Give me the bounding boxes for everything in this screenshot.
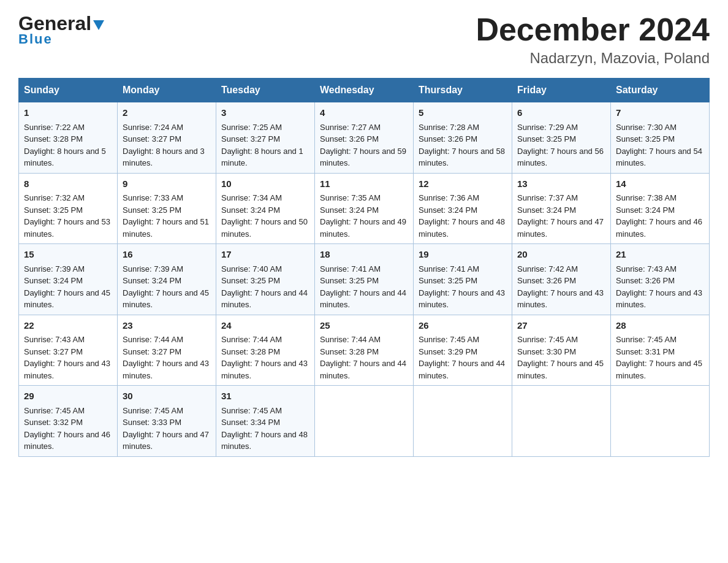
sunset-label: Sunset: 3:26 PM	[419, 134, 477, 144]
calendar-cell: 26 Sunrise: 7:45 AM Sunset: 3:29 PM Dayl…	[414, 315, 512, 386]
sunset-label: Sunset: 3:25 PM	[320, 276, 379, 285]
daylight-label: Daylight: 7 hours and 44 minutes.	[320, 288, 406, 310]
calendar-week-4: 22 Sunrise: 7:43 AM Sunset: 3:27 PM Dayl…	[19, 315, 710, 386]
daylight-label: Daylight: 7 hours and 50 minutes.	[221, 217, 308, 239]
sunrise-label: Sunrise: 7:24 AM	[123, 123, 183, 132]
day-number: 12	[419, 177, 507, 191]
sunset-label: Sunset: 3:34 PM	[221, 418, 280, 427]
day-number: 2	[123, 106, 211, 120]
header-friday: Friday	[512, 79, 611, 102]
sunset-label: Sunset: 3:28 PM	[24, 134, 83, 144]
sunset-label: Sunset: 3:24 PM	[24, 276, 83, 285]
sunset-label: Sunset: 3:24 PM	[221, 205, 280, 215]
sunset-label: Sunset: 3:28 PM	[221, 347, 280, 356]
day-number: 8	[24, 177, 112, 191]
sunset-label: Sunset: 3:33 PM	[123, 418, 181, 427]
day-number: 31	[221, 389, 309, 404]
page-title: December 2024	[476, 12, 710, 47]
header-saturday: Saturday	[611, 79, 710, 102]
sunrise-label: Sunrise: 7:40 AM	[221, 264, 282, 274]
day-number: 19	[419, 248, 507, 262]
daylight-label: Daylight: 7 hours and 43 minutes.	[517, 288, 604, 310]
daylight-label: Daylight: 7 hours and 53 minutes.	[24, 217, 110, 239]
day-number: 17	[221, 248, 309, 262]
day-number: 28	[616, 319, 704, 333]
daylight-label: Daylight: 7 hours and 44 minutes.	[221, 288, 308, 310]
day-number: 7	[616, 106, 704, 120]
day-number: 9	[123, 177, 211, 191]
logo-triangle-icon	[93, 20, 104, 30]
calendar-cell: 21 Sunrise: 7:43 AM Sunset: 3:26 PM Dayl…	[611, 244, 710, 315]
sunrise-label: Sunrise: 7:43 AM	[24, 335, 85, 344]
sunrise-label: Sunrise: 7:39 AM	[123, 264, 183, 274]
sunrise-label: Sunrise: 7:42 AM	[517, 264, 578, 274]
page-header: General Blue December 2024 Nadarzyn, Maz…	[18, 12, 710, 67]
day-number: 16	[123, 248, 211, 262]
sunset-label: Sunset: 3:25 PM	[123, 205, 181, 215]
header-wednesday: Wednesday	[315, 79, 414, 102]
logo: General Blue	[18, 12, 104, 47]
daylight-label: Daylight: 7 hours and 43 minutes.	[221, 359, 308, 380]
sunrise-label: Sunrise: 7:37 AM	[517, 193, 578, 202]
calendar-week-5: 29 Sunrise: 7:45 AM Sunset: 3:32 PM Dayl…	[19, 386, 710, 457]
day-number: 10	[221, 177, 309, 191]
sunrise-label: Sunrise: 7:45 AM	[221, 406, 282, 415]
sunset-label: Sunset: 3:25 PM	[24, 205, 83, 215]
daylight-label: Daylight: 7 hours and 45 minutes.	[24, 288, 110, 310]
sunrise-label: Sunrise: 7:27 AM	[320, 123, 381, 132]
daylight-label: Daylight: 7 hours and 47 minutes.	[123, 430, 209, 451]
calendar-cell: 3 Sunrise: 7:25 AM Sunset: 3:27 PM Dayli…	[216, 102, 315, 174]
calendar-week-1: 1 Sunrise: 7:22 AM Sunset: 3:28 PM Dayli…	[19, 102, 710, 174]
sunrise-label: Sunrise: 7:22 AM	[24, 123, 85, 132]
sunset-label: Sunset: 3:26 PM	[517, 276, 576, 285]
daylight-label: Daylight: 7 hours and 51 minutes.	[123, 217, 209, 239]
daylight-label: Daylight: 7 hours and 46 minutes.	[616, 217, 702, 239]
daylight-label: Daylight: 7 hours and 46 minutes.	[24, 430, 110, 451]
sunset-label: Sunset: 3:29 PM	[419, 347, 477, 356]
sunrise-label: Sunrise: 7:25 AM	[221, 123, 282, 132]
calendar-cell: 1 Sunrise: 7:22 AM Sunset: 3:28 PM Dayli…	[19, 102, 118, 174]
page-subtitle: Nadarzyn, Mazovia, Poland	[476, 50, 710, 67]
day-number: 15	[24, 248, 112, 262]
sunrise-label: Sunrise: 7:29 AM	[517, 123, 578, 132]
day-number: 3	[221, 106, 309, 120]
sunset-label: Sunset: 3:30 PM	[517, 347, 576, 356]
daylight-label: Daylight: 7 hours and 49 minutes.	[320, 217, 406, 239]
calendar-cell: 7 Sunrise: 7:30 AM Sunset: 3:25 PM Dayli…	[611, 102, 710, 174]
calendar-cell: 18 Sunrise: 7:41 AM Sunset: 3:25 PM Dayl…	[315, 244, 414, 315]
daylight-label: Daylight: 7 hours and 43 minutes.	[24, 359, 110, 380]
day-number: 4	[320, 106, 408, 120]
sunset-label: Sunset: 3:32 PM	[24, 418, 83, 427]
day-number: 25	[320, 319, 408, 333]
calendar-cell: 22 Sunrise: 7:43 AM Sunset: 3:27 PM Dayl…	[19, 315, 118, 386]
calendar-cell: 16 Sunrise: 7:39 AM Sunset: 3:24 PM Dayl…	[118, 244, 216, 315]
sunset-label: Sunset: 3:31 PM	[616, 347, 675, 356]
sunset-label: Sunset: 3:26 PM	[320, 134, 379, 144]
logo-blue: Blue	[18, 31, 53, 47]
daylight-label: Daylight: 8 hours and 5 minutes.	[24, 147, 106, 168]
sunrise-label: Sunrise: 7:32 AM	[24, 193, 85, 202]
day-number: 30	[123, 389, 211, 404]
calendar-cell	[315, 386, 414, 457]
sunrise-label: Sunrise: 7:34 AM	[221, 193, 282, 202]
daylight-label: Daylight: 7 hours and 44 minutes.	[320, 359, 406, 380]
sunset-label: Sunset: 3:28 PM	[320, 347, 379, 356]
daylight-label: Daylight: 8 hours and 3 minutes.	[123, 147, 205, 168]
calendar-cell: 25 Sunrise: 7:44 AM Sunset: 3:28 PM Dayl…	[315, 315, 414, 386]
calendar-cell: 23 Sunrise: 7:44 AM Sunset: 3:27 PM Dayl…	[118, 315, 216, 386]
day-number: 26	[419, 319, 507, 333]
day-number: 13	[517, 177, 605, 191]
calendar-cell	[611, 386, 710, 457]
sunrise-label: Sunrise: 7:28 AM	[419, 123, 479, 132]
sunrise-label: Sunrise: 7:45 AM	[123, 406, 183, 415]
day-number: 27	[517, 319, 605, 333]
calendar-cell: 20 Sunrise: 7:42 AM Sunset: 3:26 PM Dayl…	[512, 244, 611, 315]
daylight-label: Daylight: 7 hours and 44 minutes.	[419, 359, 505, 380]
sunset-label: Sunset: 3:27 PM	[123, 347, 181, 356]
header-sunday: Sunday	[19, 79, 118, 102]
day-number: 23	[123, 319, 211, 333]
calendar-header-row: Sunday Monday Tuesday Wednesday Thursday…	[19, 79, 710, 102]
sunrise-label: Sunrise: 7:44 AM	[221, 335, 282, 344]
title-block: December 2024 Nadarzyn, Mazovia, Poland	[476, 12, 710, 67]
header-tuesday: Tuesday	[216, 79, 315, 102]
